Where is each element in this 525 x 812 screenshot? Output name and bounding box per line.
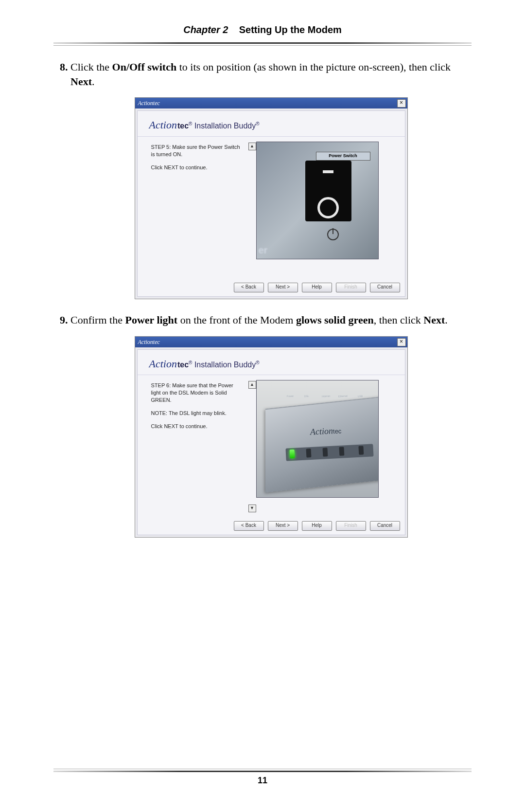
power-led-icon: [289, 450, 295, 458]
chapter-prefix: Chapter 2: [183, 24, 228, 35]
instruction-text: STEP 5: Make sure the Power Switch is tu…: [142, 142, 248, 278]
back-button[interactable]: < Back: [234, 521, 264, 531]
content-area: STEP 6: Make sure that the Power light o…: [138, 375, 405, 518]
scroll-up-icon[interactable]: ▲: [248, 143, 256, 150]
back-button[interactable]: < Back: [234, 283, 264, 292]
cropped-text: er: [259, 244, 268, 257]
installation-buddy-window-step6: Actiontec × Actiontec® Installation Budd…: [135, 336, 408, 538]
titlebar-brand: Actiontec: [138, 99, 160, 107]
rocker-switch-icon: [305, 161, 351, 221]
next-button[interactable]: Next >: [268, 521, 298, 531]
window-body: Actiontec® Installation Buddy® STEP 6: M…: [137, 349, 405, 536]
scroll-up-icon[interactable]: ▲: [248, 381, 256, 389]
power-symbol-icon: [327, 229, 339, 240]
header-rule: [53, 42, 472, 47]
modem-front-image: Actiontec Power DSL Int: [256, 380, 379, 498]
chapter-header: Chapter 2 Setting Up the Modem: [53, 24, 472, 42]
led-label: Power: [286, 395, 294, 398]
installation-buddy-window-step5: Actiontec × Actiontec® Installation Budd…: [135, 97, 408, 299]
button-row: < Back Next > Help Finish Cancel: [138, 280, 405, 292]
help-button[interactable]: Help: [302, 283, 332, 292]
dsl-led-icon: [306, 449, 311, 457]
scrollbar: ▲ ▼: [248, 380, 256, 516]
content-area: STEP 5: Make sure the Power Switch is tu…: [138, 137, 405, 280]
cancel-button[interactable]: Cancel: [370, 283, 400, 292]
instruction-text: STEP 6: Make sure that the Power light o…: [142, 380, 248, 516]
led-label: USB: [357, 395, 363, 398]
modem-brand-icon: Actiontec: [310, 425, 342, 438]
led-label: Ethernet: [338, 395, 347, 398]
help-button[interactable]: Help: [302, 521, 332, 531]
footer-rule: [53, 769, 472, 773]
scrollbar: ▲: [248, 142, 256, 278]
close-button[interactable]: ×: [397, 99, 406, 108]
titlebar: Actiontec ×: [135, 337, 407, 347]
titlebar: Actiontec ×: [135, 98, 407, 108]
button-row: < Back Next > Help Finish Cancel: [138, 518, 405, 531]
window-body: Actiontec® Installation Buddy® STEP 5: M…: [137, 110, 405, 297]
internet-led-icon: [322, 448, 328, 457]
led-label: DSL: [304, 395, 309, 398]
logo-tec: tec: [177, 361, 189, 369]
step-list: Click the On/Off switch to its on positi…: [53, 60, 472, 538]
logo-tec: tec: [177, 122, 189, 130]
logo-row: Actiontec® Installation Buddy®: [138, 350, 405, 376]
logo-row: Actiontec® Installation Buddy®: [138, 111, 405, 137]
finish-button: Finish: [336, 283, 366, 292]
usb-led-icon: [358, 446, 364, 455]
step-8: Click the On/Off switch to its on positi…: [70, 60, 472, 299]
logo-script: Action: [149, 119, 177, 131]
scroll-down-icon[interactable]: ▼: [248, 505, 256, 512]
titlebar-brand: Actiontec: [138, 338, 160, 346]
page-footer: 11: [0, 769, 525, 786]
image-panel: Power Switch er: [256, 142, 400, 278]
power-switch-label: Power Switch: [316, 152, 370, 161]
logo-script: Action: [149, 358, 177, 370]
chapter-title: Setting Up the Modem: [239, 24, 342, 35]
close-button[interactable]: ×: [397, 338, 406, 346]
finish-button: Finish: [336, 521, 366, 531]
next-button[interactable]: Next >: [268, 283, 298, 292]
ethernet-led-icon: [339, 447, 344, 456]
led-label: Internet: [321, 395, 330, 398]
page-number: 11: [0, 776, 525, 786]
cancel-button[interactable]: Cancel: [370, 521, 400, 531]
power-switch-image: Power Switch er: [256, 142, 379, 259]
step-9: Confirm the Power light on the front of …: [70, 313, 472, 538]
page: Chapter 2 Setting Up the Modem Click the…: [0, 0, 525, 812]
image-panel: Actiontec Power DSL Int: [256, 380, 400, 516]
